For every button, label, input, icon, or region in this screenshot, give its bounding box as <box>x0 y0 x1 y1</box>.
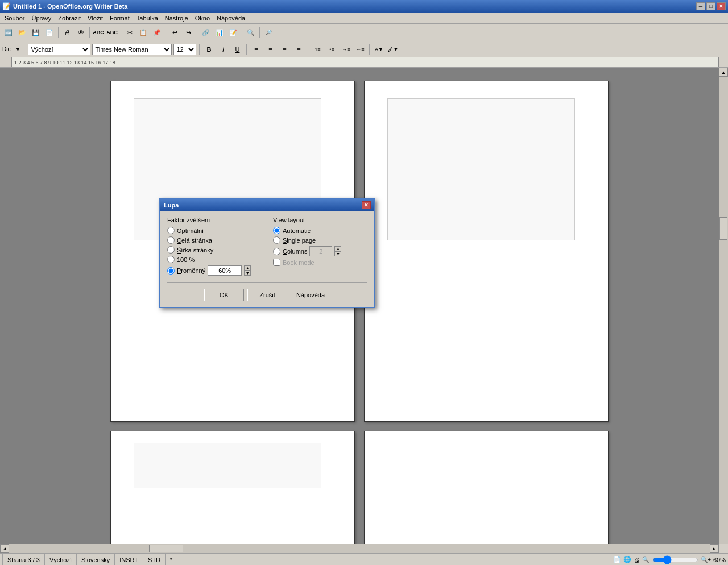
zoom-button[interactable]: 🔎 <box>262 26 275 39</box>
menu-format[interactable]: Formát <box>106 14 133 23</box>
ok-button[interactable]: OK <box>204 289 244 301</box>
automatic-label[interactable]: Automatic <box>283 227 311 234</box>
spellcheck-button[interactable]: ABC <box>92 26 105 39</box>
cancel-button[interactable]: Zrušit <box>247 289 287 301</box>
insert-field-button[interactable]: 📝 <box>227 26 239 39</box>
cut-button[interactable]: ✂ <box>123 26 136 39</box>
columns-spinner[interactable]: ▲ ▼ <box>334 246 341 256</box>
undo-button[interactable]: ↩ <box>168 26 181 39</box>
book-mode-label[interactable]: Book mode <box>283 259 315 266</box>
columns-radio[interactable] <box>273 248 280 255</box>
optimal-label[interactable]: Optimální <box>177 227 204 234</box>
view-print-icon[interactable]: 🖨 <box>634 556 640 563</box>
copy-button[interactable]: 📋 <box>137 26 150 39</box>
horizontal-scrollbar: ◄ ► <box>0 544 719 553</box>
style-status: Výchozí <box>45 554 77 565</box>
columns-spinner-down[interactable]: ▼ <box>334 251 341 256</box>
save-button[interactable]: 💾 <box>30 26 42 39</box>
bullets-button[interactable]: •≡ <box>325 44 338 55</box>
help-button[interactable]: Nápověda <box>291 289 330 301</box>
close-button[interactable]: ✕ <box>717 2 726 10</box>
separator-2 <box>89 27 90 38</box>
book-mode-checkbox[interactable] <box>273 259 280 266</box>
menu-napoveda[interactable]: Nápověda <box>213 14 249 23</box>
columns-label[interactable]: Columns <box>283 248 307 255</box>
100-radio[interactable] <box>167 256 175 263</box>
font-name-select[interactable]: Times New Roman <box>92 44 172 55</box>
maximize-button[interactable]: □ <box>706 2 715 10</box>
minimize-button[interactable]: ─ <box>696 2 705 10</box>
highlight-button[interactable]: 🖊▼ <box>387 44 399 55</box>
scroll-thumb-horizontal[interactable] <box>149 545 183 552</box>
print-preview-button[interactable]: 👁 <box>75 26 87 39</box>
font-size-select[interactable]: 12 <box>173 44 196 55</box>
optimal-radio[interactable] <box>167 227 175 234</box>
promenný-label[interactable]: Proměnný <box>177 267 205 274</box>
100-label[interactable]: 100 % <box>177 256 195 263</box>
align-center-button[interactable]: ≡ <box>264 44 276 55</box>
align-left-button[interactable]: ≡ <box>250 44 262 55</box>
promenný-radio[interactable] <box>167 267 175 275</box>
open-button[interactable]: 📂 <box>16 26 28 39</box>
find-button[interactable]: 🔍 <box>245 26 257 39</box>
hyperlink-button[interactable]: 🔗 <box>200 26 212 39</box>
separator-3 <box>121 27 121 38</box>
table-button[interactable]: 📊 <box>213 26 226 39</box>
menu-zobrazit[interactable]: Zobrazit <box>55 14 84 23</box>
underline-button[interactable]: U <box>231 44 243 55</box>
cela-label[interactable]: Celá stránka <box>177 237 212 244</box>
columns-input[interactable] <box>309 246 332 256</box>
indent-more-button[interactable]: →≡ <box>340 44 352 55</box>
print-button[interactable]: 🖨 <box>61 26 73 39</box>
redo-button[interactable]: ↪ <box>182 26 195 39</box>
scroll-track-horizontal[interactable] <box>9 544 710 553</box>
variable-spinner[interactable]: ▲ ▼ <box>244 265 251 276</box>
autocorrect-button[interactable]: ABC <box>106 26 118 39</box>
dialog-buttons: OK Zrušit Nápověda <box>167 289 367 301</box>
menu-vlozit[interactable]: Vložit <box>84 14 106 23</box>
menu-upravy[interactable]: Úpravy <box>28 14 55 23</box>
spinner-down-button[interactable]: ▼ <box>244 271 251 276</box>
variable-input[interactable] <box>208 265 242 276</box>
indent-less-button[interactable]: ←≡ <box>354 44 366 55</box>
align-justify-button[interactable]: ≡ <box>292 44 305 55</box>
menu-soubor[interactable]: Soubor <box>1 14 28 23</box>
optimal-radio-item: Optimální <box>167 227 262 234</box>
automatic-radio[interactable] <box>273 227 280 234</box>
bold-button[interactable]: B <box>202 44 215 55</box>
lupa-dialog: Lupa ✕ Faktor zvětšení Optimální Celá st… <box>159 198 375 308</box>
sirka-radio[interactable] <box>167 246 175 254</box>
spinner-up-button[interactable]: ▲ <box>244 265 251 271</box>
dic-btn[interactable]: ▼ <box>11 43 24 56</box>
language-status: Slovensky <box>77 554 115 565</box>
scroll-left-button[interactable]: ◄ <box>0 544 9 553</box>
sirka-label[interactable]: Šířka stránky <box>177 247 213 254</box>
new-button[interactable]: 🆕 <box>2 26 15 39</box>
menu-nastroje[interactable]: Nástroje <box>162 14 192 23</box>
italic-button[interactable]: I <box>217 44 229 55</box>
view-web-icon[interactable]: 🌐 <box>623 556 631 563</box>
menu-tabulka[interactable]: Tabulka <box>133 14 162 23</box>
single-label[interactable]: Single page <box>283 237 316 244</box>
font-color-button[interactable]: A▼ <box>373 44 385 55</box>
paragraph-style-select[interactable]: Výchozí <box>28 44 90 55</box>
columns-spinner-up[interactable]: ▲ <box>334 246 341 251</box>
export-pdf-button[interactable]: 📄 <box>43 26 56 39</box>
zoom-out-icon[interactable]: 🔍- <box>642 556 651 563</box>
cela-radio[interactable] <box>167 236 175 244</box>
zoom-slider[interactable] <box>653 556 698 563</box>
zoom-in-icon[interactable]: 🔍+ <box>701 556 711 563</box>
single-radio[interactable] <box>273 236 280 244</box>
align-right-button[interactable]: ≡ <box>278 44 291 55</box>
scroll-right-button[interactable]: ► <box>710 544 719 553</box>
scroll-thumb-vertical[interactable] <box>719 217 727 240</box>
separator-fmt-4 <box>369 44 370 55</box>
scroll-up-button[interactable]: ▲ <box>719 68 728 77</box>
paste-button[interactable]: 📌 <box>151 26 163 39</box>
view-normal-icon[interactable]: 📄 <box>613 556 621 563</box>
menu-okno[interactable]: Okno <box>192 14 213 23</box>
scroll-track-vertical[interactable] <box>719 77 728 544</box>
single-radio-item: Single page <box>273 236 367 244</box>
dialog-close-button[interactable]: ✕ <box>362 201 371 209</box>
numbering-button[interactable]: 1≡ <box>311 44 324 55</box>
